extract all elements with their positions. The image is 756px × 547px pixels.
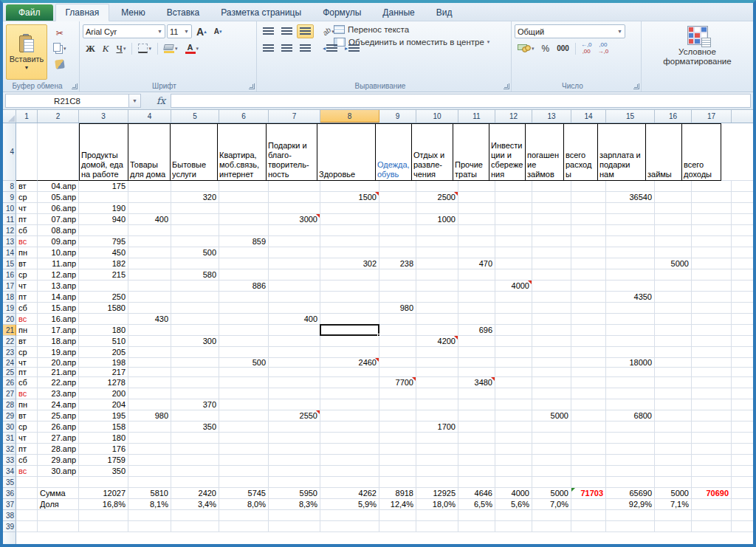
cell[interactable]	[692, 225, 732, 236]
cell[interactable]: 12925	[416, 488, 458, 499]
cell[interactable]	[128, 347, 171, 358]
cell[interactable]	[320, 399, 379, 410]
cell[interactable]	[692, 269, 732, 281]
row-header-12[interactable]: 12	[3, 225, 16, 236]
accounting-format-button[interactable]: ▾	[515, 41, 537, 55]
cell[interactable]: 8,3%	[269, 499, 320, 510]
row-header-35[interactable]: 35	[3, 477, 16, 488]
cell[interactable]	[416, 314, 458, 325]
row-header-32[interactable]: 32	[3, 444, 16, 455]
row-header-4[interactable]: 4	[3, 123, 16, 181]
cell[interactable]	[655, 303, 692, 314]
cell[interactable]	[219, 521, 269, 532]
cell[interactable]	[128, 433, 171, 444]
cell[interactable]	[416, 247, 458, 258]
row-header-31[interactable]: 31	[3, 433, 16, 444]
cell[interactable]	[692, 510, 732, 521]
cell[interactable]	[379, 314, 416, 325]
day-cell[interactable]: пт	[16, 444, 38, 455]
cell[interactable]: 1278	[79, 377, 128, 388]
cell[interactable]	[571, 258, 606, 269]
cell[interactable]	[379, 455, 416, 466]
font-dialog-launcher[interactable]	[249, 83, 255, 89]
cell[interactable]: 204	[79, 399, 128, 410]
cell[interactable]	[128, 368, 171, 377]
cell[interactable]	[571, 477, 606, 488]
cell[interactable]	[416, 410, 458, 422]
cell[interactable]: 3480	[458, 377, 495, 388]
cell[interactable]	[606, 314, 655, 325]
cell[interactable]	[571, 444, 606, 455]
cell[interactable]	[128, 269, 171, 281]
cell[interactable]: 70690	[692, 488, 732, 499]
cell[interactable]	[269, 444, 320, 455]
date-cell[interactable]: 29.апр	[38, 455, 79, 466]
cell[interactable]	[171, 347, 219, 358]
cell[interactable]	[458, 466, 495, 477]
cell[interactable]	[320, 281, 379, 292]
cell[interactable]	[571, 399, 606, 410]
day-cell[interactable]: вт	[16, 181, 38, 192]
cell[interactable]	[532, 388, 571, 399]
cell[interactable]	[219, 410, 269, 422]
cell[interactable]	[128, 521, 171, 532]
cell[interactable]	[379, 181, 416, 192]
cell[interactable]	[655, 236, 692, 247]
cell[interactable]	[379, 433, 416, 444]
cell[interactable]: 8918	[379, 488, 416, 499]
cell[interactable]: 65690	[606, 488, 655, 499]
cell[interactable]	[692, 292, 732, 303]
day-cell[interactable]: ср	[16, 347, 38, 358]
header-cell-16[interactable]: займы	[645, 123, 682, 181]
cell[interactable]	[692, 422, 732, 433]
cell[interactable]: 430	[128, 314, 171, 325]
cell[interactable]: 36540	[606, 192, 655, 203]
date-cell[interactable]: 25.апр	[38, 410, 79, 422]
cell[interactable]	[458, 236, 495, 247]
cell[interactable]: 5810	[128, 488, 171, 499]
cell[interactable]: 12,4%	[379, 499, 416, 510]
row-header-25[interactable]: 25	[3, 368, 16, 377]
cell[interactable]	[606, 225, 655, 236]
day-cell[interactable]: пт	[16, 292, 38, 303]
cell[interactable]	[655, 455, 692, 466]
date-cell[interactable]: 28.апр	[38, 444, 79, 455]
cell[interactable]	[606, 269, 655, 281]
date-cell[interactable]: 23.апр	[38, 388, 79, 399]
cell[interactable]	[320, 410, 379, 422]
cell[interactable]	[692, 247, 732, 258]
cell[interactable]	[571, 433, 606, 444]
row-header-17[interactable]: 17	[3, 281, 16, 292]
cell[interactable]	[571, 347, 606, 358]
cell[interactable]	[269, 347, 320, 358]
cell[interactable]	[532, 269, 571, 281]
cell[interactable]	[269, 281, 320, 292]
cell[interactable]	[606, 214, 655, 225]
day-cell[interactable]: чт	[16, 358, 38, 368]
header-empty-cell[interactable]	[38, 123, 79, 181]
cell[interactable]	[532, 455, 571, 466]
cell[interactable]: 2460	[320, 358, 379, 368]
cell[interactable]	[655, 510, 692, 521]
cell[interactable]	[379, 477, 416, 488]
cell[interactable]: 370	[171, 399, 219, 410]
cell[interactable]	[606, 281, 655, 292]
format-painter-button[interactable]	[50, 57, 69, 71]
cell[interactable]	[692, 399, 732, 410]
cell[interactable]	[128, 247, 171, 258]
cell[interactable]: 580	[171, 269, 219, 281]
column-header-6[interactable]: 6	[219, 110, 269, 123]
cell[interactable]	[320, 292, 379, 303]
cell[interactable]	[655, 181, 692, 192]
increase-indent-button[interactable]: ▸	[342, 41, 362, 55]
cell[interactable]	[269, 368, 320, 377]
cell[interactable]	[379, 225, 416, 236]
cell[interactable]	[606, 399, 655, 410]
cell[interactable]	[532, 181, 571, 192]
row-header-8[interactable]: 8	[3, 181, 16, 192]
row-header-16[interactable]: 16	[3, 269, 16, 281]
header-cell-12[interactable]: Инвестиции и сбережения	[489, 123, 526, 181]
cell[interactable]	[269, 325, 320, 336]
cell[interactable]	[219, 303, 269, 314]
row-header-23[interactable]: 23	[3, 347, 16, 358]
